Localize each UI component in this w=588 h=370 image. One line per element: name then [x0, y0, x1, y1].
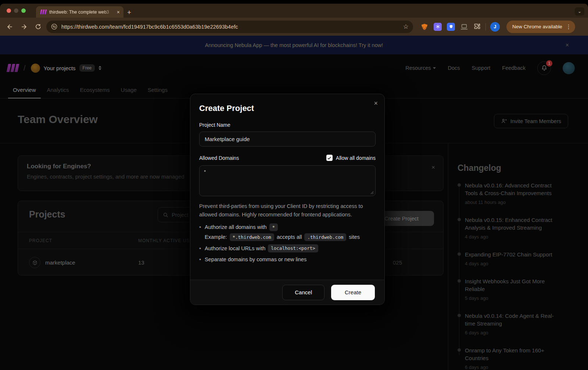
toolbar-separator [485, 23, 486, 30]
changelog-title: Changelog [458, 163, 588, 173]
forward-arrow-icon [20, 23, 28, 30]
bookmark-star-icon[interactable]: ☆ [403, 23, 409, 30]
domains-rules-list: • Authorize all domains with * Example: … [199, 223, 376, 264]
timeline-dot-icon [458, 252, 461, 256]
nav-feedback[interactable]: Feedback [502, 65, 526, 71]
url-text[interactable]: https://thirdweb.com/team/fcd194917bc9c6… [61, 24, 399, 30]
browser-profile-avatar[interactable]: J [490, 22, 500, 32]
extensions-puzzle-icon[interactable] [473, 23, 481, 30]
banner-close-icon[interactable]: × [566, 42, 569, 49]
tab-title: thirdweb: The complete web3 [49, 10, 113, 15]
tab-search-button[interactable]: ⌄ [575, 7, 584, 15]
project-name-input[interactable] [199, 132, 376, 147]
project-cube-icon [29, 257, 40, 268]
site-header: / Your projects Free Resources Docs Supp… [0, 54, 588, 82]
timeline-dot-icon [458, 314, 461, 317]
close-window-button[interactable] [7, 8, 11, 13]
rule-local-urls: • Authorize local URLs with localhost:<p… [199, 244, 376, 252]
search-icon [163, 212, 168, 218]
tab-settings[interactable]: Settings [142, 82, 173, 98]
modal-close-icon[interactable]: × [374, 100, 378, 107]
allowed-domains-label: Allowed Domains [199, 155, 239, 161]
notifications-button[interactable]: 1 [537, 61, 551, 75]
laptop-extension-icon[interactable] [460, 23, 468, 30]
tab-overview[interactable]: Overview [7, 82, 42, 98]
column-project: PROJECT [29, 238, 138, 243]
nav-resources[interactable]: Resources [405, 65, 436, 71]
changelog-item[interactable]: Nebula v0.0.14: Code Agent & Real-time S… [458, 312, 557, 335]
browser-tab-strip: thirdweb: The complete web3 × + ⌄ [0, 4, 588, 18]
site-settings-icon[interactable] [51, 23, 58, 30]
project-mau: 13 [138, 259, 144, 266]
timeline-dot-icon [458, 279, 461, 283]
minimize-window-button[interactable] [14, 8, 18, 13]
allowed-domains-textarea[interactable]: * [199, 165, 376, 196]
breadcrumb-separator: / [24, 64, 26, 72]
tab-analytics[interactable]: Analytics [42, 82, 75, 98]
changelog-item[interactable]: Nebula v0.0.16: Advanced Contract Tools … [458, 182, 557, 205]
code-domain: .thirdweb.com [304, 233, 346, 241]
modal-footer: Cancel Create [190, 280, 384, 305]
screen: thirdweb: The complete web3 × + ⌄ https:… [0, 0, 588, 370]
check-icon [327, 156, 331, 160]
project-created-fragment: 025 [393, 259, 402, 266]
team-switcher-icon[interactable] [98, 66, 101, 70]
team-name[interactable]: Your projects [44, 65, 76, 71]
notification-count-badge: 1 [546, 60, 552, 67]
cancel-button[interactable]: Cancel [282, 285, 325, 300]
code-wildcard-domain: *.thirdweb.com [230, 233, 274, 241]
back-arrow-icon [6, 23, 14, 30]
plan-badge: Free [79, 64, 95, 72]
resize-grip-icon[interactable] [370, 191, 374, 194]
tab-ecosystems[interactable]: Ecosystems [75, 82, 115, 98]
page-title: Team Overview [18, 113, 98, 126]
address-bar[interactable]: https://thirdweb.com/team/fcd194917bc9c6… [46, 21, 413, 33]
forward-button[interactable] [18, 21, 29, 32]
changelog-item[interactable]: Nebula v0.0.15: Enhanced Contract Analys… [458, 216, 557, 240]
team-avatar[interactable] [31, 64, 40, 73]
snowflake-extension-icon[interactable] [434, 23, 442, 31]
tab-close-icon[interactable]: × [116, 9, 121, 15]
changelog-item[interactable]: Insight Webhooks Just Got More Reliable … [458, 277, 557, 301]
allow-all-domains-checkbox[interactable] [326, 155, 333, 161]
nav-support[interactable]: Support [472, 65, 491, 71]
timeline-dot-icon [458, 348, 461, 352]
header-nav: Resources Docs Support Feedback 1 [405, 61, 575, 75]
create-button[interactable]: Create [331, 285, 375, 300]
code-asterisk: * [269, 223, 278, 231]
new-chrome-available-button[interactable]: New Chrome available ⋮ [506, 21, 575, 33]
browser-toolbar: https://thirdweb.com/team/fcd194917bc9c6… [0, 18, 588, 36]
thirdweb-logo-icon[interactable] [7, 64, 18, 72]
code-localhost: localhost:<port> [268, 244, 318, 252]
engines-card-close-icon[interactable]: × [431, 164, 435, 171]
back-button[interactable] [4, 21, 15, 32]
shield-extension-icon[interactable] [447, 23, 455, 31]
tab-usage[interactable]: Usage [115, 82, 142, 98]
modal-title: Create Project [199, 104, 376, 113]
browser-menu-icon[interactable]: ⋮ [566, 24, 571, 30]
timeline-dot-icon [458, 183, 461, 187]
changelog-item[interactable]: Onramp to Any Token from 160+ Countries … [458, 346, 557, 370]
rule-all-domains: • Authorize all domains with * Example: … [199, 223, 376, 241]
reload-button[interactable] [32, 21, 43, 32]
maximize-window-button[interactable] [21, 8, 26, 13]
domains-help-text: Prevent third-parties from using your Cl… [199, 202, 376, 219]
user-avatar[interactable] [563, 62, 575, 74]
reload-icon [35, 23, 42, 30]
browser-tab[interactable]: thirdweb: The complete web3 × [36, 6, 123, 18]
invite-team-members-button[interactable]: Invite Team Members [494, 114, 568, 128]
timeline-dot-icon [458, 218, 461, 221]
rule-separators: • Separate domains by commas or new line… [199, 255, 376, 263]
nav-docs[interactable]: Docs [448, 65, 460, 71]
new-tab-button[interactable]: + [127, 9, 131, 16]
changelog-item[interactable]: Expanding EIP-7702 Chain Support 4 days … [458, 251, 557, 266]
announcement-banner[interactable]: Announcing Nebula App — the most powerfu… [0, 36, 588, 54]
changelog-panel: Changelog Nebula v0.0.16: Advanced Contr… [448, 143, 588, 370]
window-controls [0, 4, 31, 18]
create-project-modal: × Create Project Project Name Allowed Do… [190, 94, 385, 305]
extension-icons [420, 23, 481, 31]
new-chrome-label: New Chrome available [512, 24, 562, 29]
chevron-down-icon [433, 67, 436, 69]
allow-all-domains-control[interactable]: Allow all domains [326, 155, 376, 161]
metamask-extension-icon[interactable] [420, 23, 429, 31]
